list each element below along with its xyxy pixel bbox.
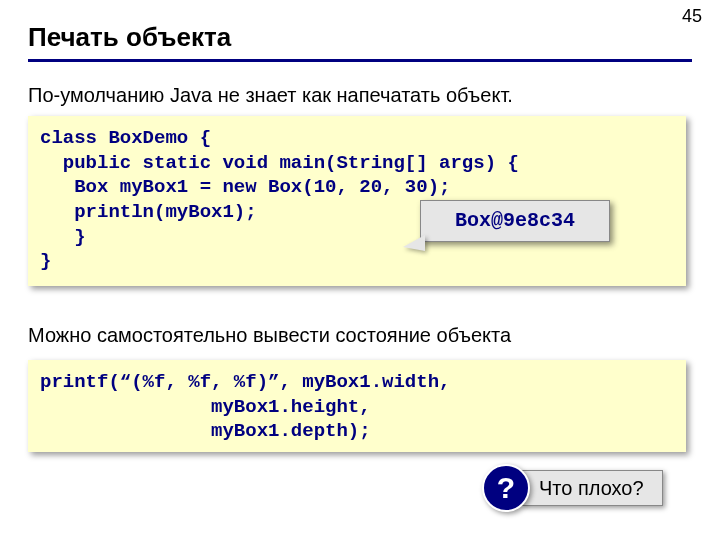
code-text-2: printf(“(%f, %f, %f)”, myBox1.width, myB…	[40, 370, 674, 444]
slide: 45 Печать объекта По-умолчанию Java не з…	[0, 0, 720, 540]
code-block-2: printf(“(%f, %f, %f)”, myBox1.width, myB…	[28, 360, 686, 452]
question-mark-icon: ?	[482, 464, 530, 512]
subtitle-1: По-умолчанию Java не знает как напечатат…	[28, 84, 513, 107]
question-row: ? Что плохо?	[482, 466, 663, 510]
output-callout: Box@9e8c34	[420, 200, 610, 242]
slide-title: Печать объекта	[28, 22, 692, 62]
subtitle-2: Можно самостоятельно вывести состояние о…	[28, 324, 511, 347]
question-text: Что плохо?	[522, 470, 663, 506]
